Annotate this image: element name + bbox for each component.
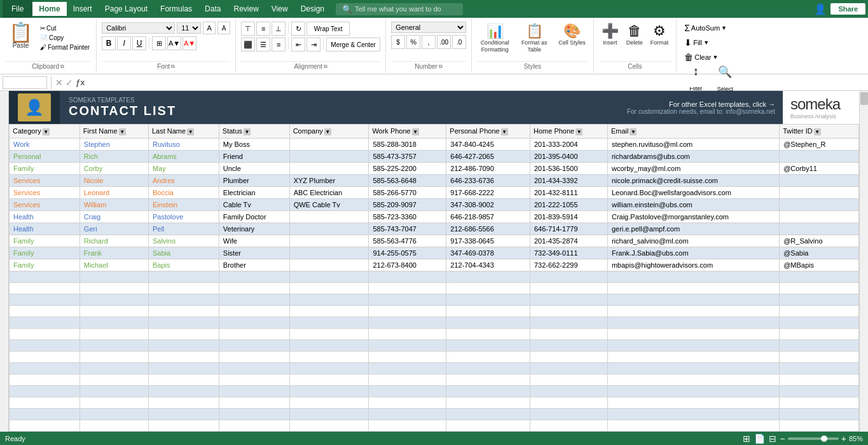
- formula-input[interactable]: [87, 78, 865, 87]
- clipboard-expand-icon[interactable]: ⧉: [60, 64, 64, 70]
- share-button[interactable]: Share: [830, 3, 865, 15]
- file-menu-btn[interactable]: File: [3, 0, 32, 18]
- format-button[interactable]: ⚙ Format: [648, 22, 672, 47]
- filter-homephone-icon[interactable]: ▼: [575, 128, 582, 135]
- cell-styles-button[interactable]: 🎨 Cell Styles: [556, 22, 588, 48]
- align-bottom-button[interactable]: ⊥: [272, 22, 286, 36]
- align-center-button[interactable]: ☰: [256, 38, 270, 51]
- number-group-label: Number: [415, 63, 437, 70]
- align-left-button[interactable]: ⬛: [241, 38, 255, 51]
- cut-button[interactable]: ✂ Cut: [39, 24, 91, 32]
- zoom-plus[interactable]: +: [841, 434, 846, 444]
- paste-button[interactable]: 📋 Paste: [5, 22, 36, 50]
- menu-review[interactable]: Review: [227, 2, 265, 16]
- table-row[interactable]: Health Craig Pastolove Family Doctor 585…: [10, 211, 859, 223]
- alignment-expand-icon[interactable]: ⧉: [324, 64, 327, 70]
- number-expand-icon[interactable]: ⧉: [439, 64, 443, 70]
- filter-category-icon[interactable]: ▼: [43, 128, 50, 135]
- menu-home[interactable]: Home: [32, 2, 66, 16]
- increase-font-button[interactable]: A: [203, 22, 216, 34]
- filter-workphone-icon[interactable]: ▼: [412, 128, 419, 135]
- insert-button[interactable]: ➕ Insert: [599, 22, 621, 47]
- italic-button[interactable]: I: [117, 36, 131, 50]
- format-as-table-button[interactable]: 📋 Format as Table: [516, 22, 552, 55]
- menu-page-layout[interactable]: Page Layout: [99, 2, 154, 16]
- page-break-view-button[interactable]: ⊟: [769, 434, 776, 444]
- decrease-indent-button[interactable]: ⇤: [291, 38, 305, 51]
- table-row[interactable]: Personal Rich Abrams Friend 585-473-3757…: [10, 151, 859, 163]
- name-box[interactable]: J59: [3, 76, 47, 89]
- fill-color-button[interactable]: A▼: [167, 36, 181, 50]
- bold-button[interactable]: B: [102, 36, 116, 50]
- menu-insert[interactable]: Insert: [67, 2, 99, 16]
- table-row[interactable]: Family Richard Salvino Wife 585-563-4776…: [10, 235, 859, 247]
- filter-firstname-icon[interactable]: ▼: [119, 128, 126, 135]
- format-painter-button[interactable]: 🖌 Format Painter: [39, 43, 91, 51]
- menu-data[interactable]: Data: [198, 2, 227, 16]
- right-scrollbar[interactable]: [859, 91, 868, 432]
- filter-status-icon[interactable]: ▼: [244, 128, 251, 135]
- contact-list-header: 👤 SOMEKA TEMPLATES CONTACT LIST For othe…: [9, 91, 859, 124]
- menu-formulas[interactable]: Formulas: [154, 2, 198, 16]
- cancel-formula-icon[interactable]: ✕: [55, 78, 63, 88]
- border-button[interactable]: ⊞: [152, 36, 166, 50]
- zoom-slider[interactable]: [788, 437, 839, 440]
- delete-button[interactable]: 🗑 Delete: [624, 22, 645, 47]
- align-right-button[interactable]: ≡: [272, 38, 286, 51]
- filter-email-icon[interactable]: ▼: [630, 128, 637, 135]
- zoom-minus[interactable]: −: [780, 434, 785, 444]
- table-row[interactable]: Services Nicole Andres Plumber XYZ Plumb…: [10, 175, 859, 187]
- table-row[interactable]: Health Geri Pell Veterinary 585-743-7047…: [10, 223, 859, 235]
- table-row: [10, 409, 859, 420]
- conditional-formatting-button[interactable]: 📊 Conditional Formatting: [477, 22, 513, 55]
- filter-lastname-icon[interactable]: ▼: [187, 128, 194, 135]
- percent-button[interactable]: %: [406, 35, 420, 49]
- filter-personalphone-icon[interactable]: ▼: [501, 128, 508, 135]
- menu-design[interactable]: Design: [294, 2, 331, 16]
- fill-button[interactable]: ⬇ Fill ▼: [682, 36, 739, 49]
- table-row[interactable]: Family Michael Bapis Brother 212-673-840…: [10, 259, 859, 271]
- table-row[interactable]: Family Frank Sabia Sister 914-255-0575 3…: [10, 247, 859, 259]
- font-name-select[interactable]: Calibri: [102, 22, 175, 34]
- clipboard-label: Clipboard: [32, 63, 59, 70]
- normal-view-button[interactable]: ⊞: [743, 434, 750, 444]
- align-top-button[interactable]: ⊤: [241, 22, 255, 36]
- font-color-button[interactable]: A▼: [183, 36, 196, 50]
- increase-decimal-button[interactable]: .00: [437, 35, 451, 49]
- decrease-decimal-button[interactable]: .0: [452, 35, 466, 49]
- function-icon[interactable]: ƒx: [76, 78, 85, 87]
- table-row[interactable]: Services William Einstein Cable Tv QWE C…: [10, 199, 859, 211]
- align-middle-button[interactable]: ≡: [256, 22, 270, 36]
- text-direction-button[interactable]: ↻: [291, 22, 305, 36]
- font-size-select[interactable]: 11: [177, 22, 201, 34]
- table-row[interactable]: Services Leonard Boccia Electrician ABC …: [10, 187, 859, 199]
- zoom-thumb: [821, 435, 827, 442]
- confirm-formula-icon[interactable]: ✓: [65, 78, 73, 88]
- status-right: ⊞ 📄 ⊟ − + 85%: [743, 434, 863, 444]
- decrease-font-button[interactable]: A: [217, 22, 230, 34]
- table-row[interactable]: Work Stephen Ruvituso My Boss 585-288-30…: [10, 139, 859, 151]
- merge-center-button[interactable]: Merge & Center: [326, 38, 380, 51]
- menu-view[interactable]: View: [265, 2, 294, 16]
- increase-indent-button[interactable]: ⇥: [307, 38, 320, 51]
- underline-button[interactable]: U: [132, 36, 146, 50]
- number-format-select[interactable]: General: [391, 22, 466, 33]
- filter-company-icon[interactable]: ▼: [324, 128, 331, 135]
- page-layout-view-button[interactable]: 📄: [754, 434, 765, 444]
- font-expand-icon[interactable]: ⧉: [171, 64, 175, 70]
- comma-button[interactable]: ,: [422, 35, 436, 49]
- wrap-text-button[interactable]: Wrap Text: [307, 22, 350, 36]
- ready-status: Ready: [5, 435, 25, 442]
- promo-line2: For customization needs, email to: info@…: [627, 108, 775, 115]
- left-scrollbar[interactable]: [0, 91, 9, 432]
- styles-group: 📊 Conditional Formatting 📋 Format as Tab…: [472, 19, 594, 72]
- filter-twitter-icon[interactable]: ▼: [814, 128, 821, 135]
- autosum-button[interactable]: Σ AutoSum ▼: [682, 22, 739, 34]
- search-bar[interactable]: 🔍 Tell me what you want to do: [336, 3, 463, 15]
- accounting-button[interactable]: $: [391, 35, 405, 49]
- table-row[interactable]: Family Corby May Uncle 585-225-2200 212-…: [10, 163, 859, 175]
- clear-button[interactable]: 🗑 Clear ▼: [682, 51, 739, 64]
- copy-button[interactable]: 📄 Copy: [39, 34, 91, 42]
- table-container[interactable]: Category▼ First Name▼ Last Name▼ Status▼: [9, 124, 859, 432]
- header-logo-area: 👤: [9, 91, 60, 124]
